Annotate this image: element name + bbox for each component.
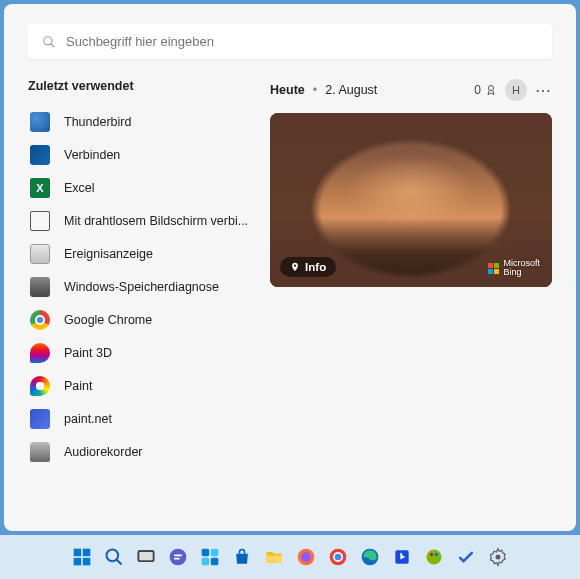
recent-item-chrome[interactable]: Google Chrome xyxy=(28,303,250,336)
taskbar-edge-icon[interactable] xyxy=(357,544,383,570)
today-date: 2. August xyxy=(325,83,377,97)
recent-item-label: Mit drahtlosem Bildschirm verbi... xyxy=(64,214,248,228)
svg-point-2 xyxy=(489,86,494,91)
taskbar-chat-icon[interactable] xyxy=(165,544,191,570)
svg-rect-6 xyxy=(83,558,91,566)
recent-item-label: Windows-Speicherdiagnose xyxy=(64,280,219,294)
svg-line-1 xyxy=(51,43,55,47)
svg-point-23 xyxy=(427,550,442,565)
svg-point-26 xyxy=(496,555,501,560)
taskbar-search-icon[interactable] xyxy=(101,544,127,570)
recent-item-paint3d[interactable]: Paint 3D xyxy=(28,336,250,369)
today-label: Heute xyxy=(270,83,305,97)
recent-item-label: Google Chrome xyxy=(64,313,152,327)
svg-rect-3 xyxy=(74,549,82,557)
svg-point-7 xyxy=(107,550,119,562)
audio-icon xyxy=(30,442,50,462)
verbinden-icon xyxy=(30,145,50,165)
taskbar-widgets-icon[interactable] xyxy=(197,544,223,570)
search-placeholder: Suchbegriff hier eingeben xyxy=(66,34,214,49)
more-button[interactable]: ⋯ xyxy=(535,81,552,100)
taskbar-explorer-icon[interactable] xyxy=(261,544,287,570)
paint-icon xyxy=(30,376,50,396)
recent-list: ThunderbirdVerbindenXExcelMit drahtlosem… xyxy=(28,105,250,468)
taskbar-taskview-icon[interactable] xyxy=(133,544,159,570)
paint3d-icon xyxy=(30,343,50,363)
recent-column: Zuletzt verwendet ThunderbirdVerbindenXE… xyxy=(28,79,250,511)
svg-rect-10 xyxy=(139,551,154,561)
recent-item-label: Thunderbird xyxy=(64,115,131,129)
svg-rect-13 xyxy=(211,549,219,557)
search-box[interactable]: Suchbegriff hier eingeben xyxy=(28,24,552,59)
recent-item-verbinden[interactable]: Verbinden xyxy=(28,138,250,171)
content-area: Zuletzt verwendet ThunderbirdVerbindenXE… xyxy=(28,79,552,511)
info-chip[interactable]: Info xyxy=(280,257,336,277)
taskbar-todo-icon[interactable] xyxy=(453,544,479,570)
bing-logo: Microsoft Bing xyxy=(488,259,540,277)
separator-dot: • xyxy=(313,83,317,97)
today-column: Heute • 2. August 0 H ⋯ Info Microso xyxy=(270,79,552,511)
recent-item-paintnet[interactable]: paint.net xyxy=(28,402,250,435)
svg-point-24 xyxy=(430,553,433,556)
medal-icon xyxy=(485,84,497,96)
search-menu-window: Suchbegriff hier eingeben Zuletzt verwen… xyxy=(4,4,576,531)
svg-rect-15 xyxy=(211,558,219,566)
svg-rect-16 xyxy=(267,555,282,563)
svg-rect-12 xyxy=(202,549,210,557)
paintnet-icon xyxy=(30,409,50,429)
recent-item-excel[interactable]: XExcel xyxy=(28,171,250,204)
taskbar-settings-icon[interactable] xyxy=(485,544,511,570)
search-icon xyxy=(42,35,56,49)
recent-item-thunderbird[interactable]: Thunderbird xyxy=(28,105,250,138)
svg-line-8 xyxy=(117,560,122,565)
svg-point-0 xyxy=(44,36,52,44)
taskbar-chrome-icon[interactable] xyxy=(325,544,351,570)
recent-item-label: Verbinden xyxy=(64,148,120,162)
taskbar-store-icon[interactable] xyxy=(229,544,255,570)
svg-point-11 xyxy=(170,549,187,566)
microsoft-squares-icon xyxy=(488,263,499,274)
svg-rect-14 xyxy=(202,558,210,566)
recent-item-label: Audiorekorder xyxy=(64,445,143,459)
excel-icon: X xyxy=(30,178,50,198)
ereignis-icon xyxy=(30,244,50,264)
svg-point-18 xyxy=(301,552,311,562)
speicher-icon xyxy=(30,277,50,297)
recent-item-label: Paint xyxy=(64,379,93,393)
recent-item-speicher[interactable]: Windows-Speicherdiagnose xyxy=(28,270,250,303)
user-avatar[interactable]: H xyxy=(505,79,527,101)
location-pin-icon xyxy=(290,262,300,272)
today-header: Heute • 2. August 0 H ⋯ xyxy=(270,79,552,101)
recent-item-label: paint.net xyxy=(64,412,112,426)
bing-hero-image[interactable]: Info Microsoft Bing xyxy=(270,113,552,287)
chrome-icon xyxy=(30,310,50,330)
taskbar-bing-icon[interactable] xyxy=(389,544,415,570)
svg-point-20 xyxy=(334,553,342,561)
svg-point-25 xyxy=(435,553,438,556)
recent-item-drahtlos[interactable]: Mit drahtlosem Bildschirm verbi... xyxy=(28,204,250,237)
recent-item-label: Paint 3D xyxy=(64,346,112,360)
taskbar-start-icon[interactable] xyxy=(69,544,95,570)
svg-rect-5 xyxy=(74,558,82,566)
recent-item-label: Ereignisanzeige xyxy=(64,247,153,261)
recent-title: Zuletzt verwendet xyxy=(28,79,250,93)
rewards-points[interactable]: 0 xyxy=(474,83,497,97)
recent-item-audio[interactable]: Audiorekorder xyxy=(28,435,250,468)
taskbar xyxy=(0,535,580,579)
drahtlos-icon xyxy=(30,211,50,231)
taskbar-firefox-icon[interactable] xyxy=(293,544,319,570)
svg-rect-4 xyxy=(83,549,91,557)
recent-item-ereignis[interactable]: Ereignisanzeige xyxy=(28,237,250,270)
recent-item-label: Excel xyxy=(64,181,95,195)
taskbar-paint-icon[interactable] xyxy=(421,544,447,570)
thunderbird-icon xyxy=(30,112,50,132)
recent-item-paint[interactable]: Paint xyxy=(28,369,250,402)
